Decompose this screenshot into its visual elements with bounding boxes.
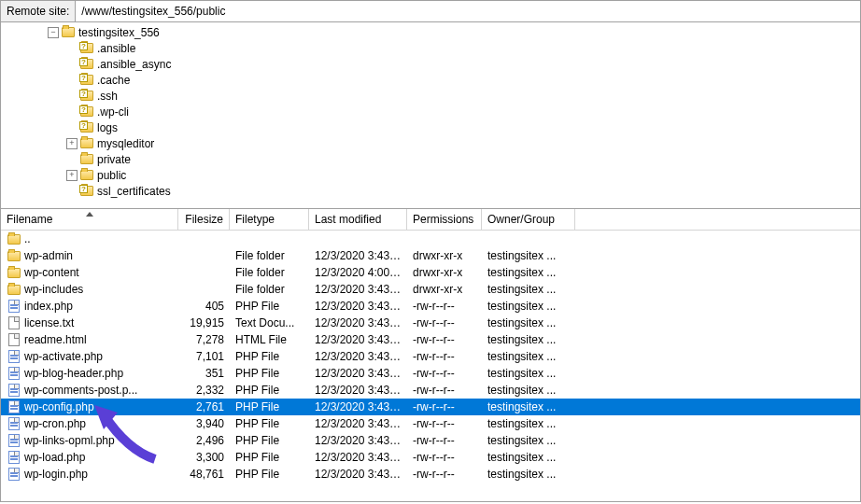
remote-tree-panel[interactable]: − testingsitex_556 ?.ansible?.ansible_as… (0, 22, 861, 209)
file-row[interactable]: wp-load.php3,300PHP File12/3/2020 3:43:.… (1, 449, 860, 466)
remote-path-input[interactable] (76, 2, 860, 21)
file-name: wp-includes (24, 283, 83, 296)
col-permissions[interactable]: Permissions (407, 209, 482, 230)
file-icon (7, 333, 21, 346)
tree-item[interactable]: ?.wp-cli (1, 104, 860, 119)
file-permissions: -rw-r--r-- (407, 434, 482, 447)
list-body[interactable]: .. wp-adminFile folder12/3/2020 3:43:...… (1, 231, 860, 501)
expand-icon[interactable]: + (66, 170, 78, 181)
collapse-icon[interactable]: − (48, 27, 59, 38)
file-permissions: drwxr-xr-x (407, 266, 482, 279)
remote-path-field[interactable] (76, 2, 860, 21)
file-row[interactable]: wp-contentFile folder12/3/2020 4:00:...d… (1, 264, 860, 281)
php-file-icon (7, 451, 21, 464)
file-owner: testingsitex ... (482, 384, 575, 397)
file-row[interactable]: index.php405PHP File12/3/2020 3:43:...-r… (1, 298, 860, 315)
folder-icon: ? (79, 121, 94, 134)
expand-icon[interactable]: + (66, 138, 78, 149)
folder-icon (7, 266, 21, 279)
tree-item[interactable]: ?logs (1, 119, 860, 135)
parent-dir-row[interactable]: .. (1, 231, 860, 247)
col-owner[interactable]: Owner/Group (482, 209, 575, 230)
tree-item[interactable]: ?.ansible_async (1, 56, 860, 72)
tree-item[interactable]: +mysqleditor (1, 135, 860, 151)
file-name: wp-load.php (24, 451, 85, 464)
file-modified: 12/3/2020 3:43:... (309, 468, 407, 481)
file-row[interactable]: wp-config.php2,761PHP File12/3/2020 3:43… (1, 399, 860, 415)
file-row[interactable]: wp-activate.php7,101PHP File12/3/2020 3:… (1, 348, 860, 365)
folder-icon (7, 283, 21, 296)
tree-item[interactable]: ?.ssh (1, 88, 860, 104)
file-name: wp-config.php (24, 400, 94, 413)
file-row[interactable]: wp-includesFile folder12/3/2020 3:43:...… (1, 281, 860, 298)
col-filetype[interactable]: Filetype (230, 209, 309, 230)
file-owner: testingsitex ... (482, 300, 575, 313)
tree-item[interactable]: private (1, 151, 860, 167)
file-name: wp-content (24, 266, 79, 279)
col-filesize[interactable]: Filesize (178, 209, 230, 230)
folder-icon: ? (79, 58, 94, 71)
file-owner: testingsitex ... (482, 400, 575, 413)
file-owner: testingsitex ... (482, 316, 575, 329)
file-size: 351 (178, 367, 230, 380)
folder-icon (7, 232, 21, 245)
tree-root[interactable]: − testingsitex_556 (1, 24, 860, 40)
file-row[interactable]: wp-comments-post.p...2,332PHP File12/3/2… (1, 382, 860, 399)
tree-item[interactable]: ?.cache (1, 72, 860, 88)
file-permissions: -rw-r--r-- (407, 350, 482, 363)
tree-item[interactable]: ?.ansible (1, 40, 860, 56)
folder-icon (7, 249, 21, 262)
file-type: PHP File (230, 367, 309, 380)
file-row[interactable]: readme.html7,278HTML File12/3/2020 3:43:… (1, 331, 860, 348)
folder-icon: ? (79, 185, 94, 198)
file-type: Text Docu... (230, 316, 309, 329)
folder-icon: ? (79, 74, 94, 87)
folder-icon (61, 26, 76, 39)
file-type: PHP File (230, 451, 309, 464)
file-size: 2,332 (178, 384, 230, 397)
file-modified: 12/3/2020 3:43:... (309, 300, 407, 313)
file-modified: 12/3/2020 3:43:... (309, 367, 407, 380)
tree-item[interactable]: ?ssl_certificates (1, 183, 860, 199)
file-name: index.php (24, 300, 73, 313)
file-owner: testingsitex ... (482, 350, 575, 363)
file-name: license.txt (24, 316, 74, 329)
folder-icon (79, 137, 94, 150)
col-filename[interactable]: Filename (1, 209, 178, 230)
file-size: 3,300 (178, 451, 230, 464)
tree-item-label: .cache (97, 74, 130, 87)
file-owner: testingsitex ... (482, 266, 575, 279)
php-file-icon (7, 434, 21, 447)
file-modified: 12/3/2020 3:43:... (309, 384, 407, 397)
file-type: PHP File (230, 468, 309, 481)
file-row[interactable]: wp-links-opml.php2,496PHP File12/3/2020 … (1, 432, 860, 449)
file-size: 2,496 (178, 434, 230, 447)
tree-root-label: testingsitex_556 (78, 26, 160, 39)
tree-item-label: public (97, 169, 126, 182)
file-row[interactable]: license.txt19,915Text Docu...12/3/2020 3… (1, 315, 860, 331)
file-name: wp-comments-post.p... (24, 384, 137, 397)
file-name: wp-activate.php (24, 350, 103, 363)
file-row[interactable]: wp-blog-header.php351PHP File12/3/2020 3… (1, 365, 860, 382)
remote-site-bar: Remote site: (0, 0, 861, 22)
parent-dir-label: .. (24, 232, 31, 245)
tree-item[interactable]: +public (1, 167, 860, 183)
col-modified[interactable]: Last modified (309, 209, 407, 230)
folder-icon: ? (79, 42, 94, 55)
file-type: PHP File (230, 417, 309, 430)
file-name: wp-blog-header.php (24, 367, 123, 380)
file-row[interactable]: wp-cron.php3,940PHP File12/3/2020 3:43:.… (1, 415, 860, 432)
remote-site-label: Remote site: (1, 1, 76, 21)
php-file-icon (7, 350, 21, 363)
tree-item-label: .ansible (97, 42, 135, 55)
file-modified: 12/3/2020 3:43:... (309, 434, 407, 447)
file-name: wp-admin (24, 249, 73, 262)
php-file-icon (7, 400, 21, 413)
file-owner: testingsitex ... (482, 434, 575, 447)
file-permissions: -rw-r--r-- (407, 468, 482, 481)
file-owner: testingsitex ... (482, 283, 575, 296)
file-row[interactable]: wp-adminFile folder12/3/2020 3:43:...drw… (1, 247, 860, 264)
file-row[interactable]: wp-login.php48,761PHP File12/3/2020 3:43… (1, 466, 860, 483)
file-owner: testingsitex ... (482, 451, 575, 464)
file-size: 19,915 (178, 316, 230, 329)
